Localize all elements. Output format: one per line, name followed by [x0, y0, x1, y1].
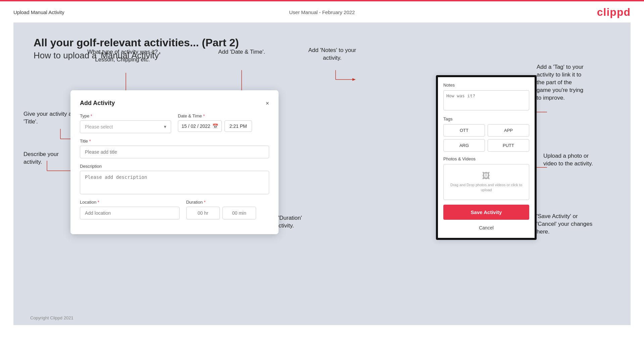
cancel-button[interactable]: Cancel — [443, 223, 529, 232]
notes-input[interactable] — [443, 90, 529, 110]
date-time-inputs: 15 / 02 / 2022 📅 2:21 PM — [178, 120, 269, 132]
modal-header: Add Activity × — [80, 100, 269, 107]
tags-grid: OTT APP ARG PUTT — [443, 124, 529, 152]
duration-hr-input[interactable] — [186, 207, 220, 219]
annotation-notes: Add 'Notes' to your activity. — [299, 47, 366, 62]
type-select-wrapper: Please select ▼ — [80, 120, 171, 133]
tags-section-label: Tags — [443, 116, 529, 121]
location-group: Location * — [80, 200, 180, 219]
annotation-type: What type of activity was it? Lesson, Ch… — [86, 48, 159, 64]
annotation-upload: Upload a photo or video to the activity. — [543, 152, 617, 168]
description-group: Description — [80, 164, 269, 194]
phone-panel: Notes Tags OTT APP ARG PUTT Photos & Vid… — [436, 75, 537, 240]
type-select[interactable]: Please select — [80, 120, 171, 133]
annotation-tags: Add a 'Tag' to your activity to link it … — [537, 63, 614, 102]
tag-app[interactable]: APP — [488, 124, 529, 137]
type-datetime-row: Type * Please select ▼ Date & Time * 15 … — [80, 113, 269, 133]
title-group: Title * — [80, 139, 269, 158]
date-value: 15 / 02 / 2022 — [182, 123, 210, 129]
logo: clippd — [597, 6, 631, 18]
svg-marker-19 — [352, 78, 356, 81]
type-label: Type * — [80, 113, 171, 118]
copyright: Copyright Clippd 2021 — [30, 315, 73, 320]
modal-title: Add Activity — [80, 100, 115, 107]
main-content: All your golf-relevant activities... (Pa… — [13, 23, 631, 325]
photo-upload-area[interactable]: 🖼 Drag and Drop photos and videos or cli… — [443, 164, 529, 200]
description-input[interactable] — [80, 171, 269, 194]
add-activity-modal: Add Activity × Type * Please select ▼ Da… — [70, 90, 279, 234]
save-activity-button[interactable]: Save Activity — [443, 205, 529, 220]
tag-ott[interactable]: OTT — [443, 124, 485, 137]
calendar-icon: 📅 — [212, 123, 218, 129]
location-duration-row: Location * Duration * — [80, 200, 269, 219]
duration-min-input[interactable] — [222, 207, 256, 219]
upload-text: Drag and Drop photos and videos or click… — [450, 183, 522, 193]
tag-arg[interactable]: ARG — [443, 139, 485, 152]
annotation-description: Describe your activity. — [23, 151, 70, 166]
datetime-group: Date & Time * 15 / 02 / 2022 📅 2:21 PM — [178, 113, 269, 133]
annotation-datetime: Add 'Date & Time'. — [211, 48, 272, 56]
modal-close-button[interactable]: × — [265, 100, 269, 106]
time-input[interactable]: 2:21 PM — [225, 120, 252, 132]
type-group: Type * Please select ▼ — [80, 113, 171, 133]
photos-section-label: Photos & Videos — [443, 156, 529, 161]
tag-putt[interactable]: PUTT — [488, 139, 529, 152]
header: Upload Manual Activity User Manual - Feb… — [0, 1, 644, 18]
date-input[interactable]: 15 / 02 / 2022 📅 — [178, 120, 222, 132]
annotation-save: 'Save Activity' or 'Cancel' your changes… — [537, 213, 614, 236]
duration-group: Duration * — [186, 200, 269, 219]
title-label: Title * — [80, 139, 269, 144]
notes-section-label: Notes — [443, 83, 529, 88]
duration-label: Duration * — [186, 200, 269, 205]
location-label: Location * — [80, 200, 180, 205]
manual-title: User Manual - February 2022 — [289, 9, 355, 15]
duration-inputs — [186, 207, 269, 219]
title-input[interactable] — [80, 146, 269, 158]
description-label: Description — [80, 164, 269, 169]
image-icon: 🖼 — [450, 171, 522, 180]
location-input[interactable] — [80, 207, 180, 219]
page-title: Upload Manual Activity — [13, 9, 64, 15]
time-value: 2:21 PM — [230, 123, 247, 129]
datetime-label: Date & Time * — [178, 113, 269, 118]
